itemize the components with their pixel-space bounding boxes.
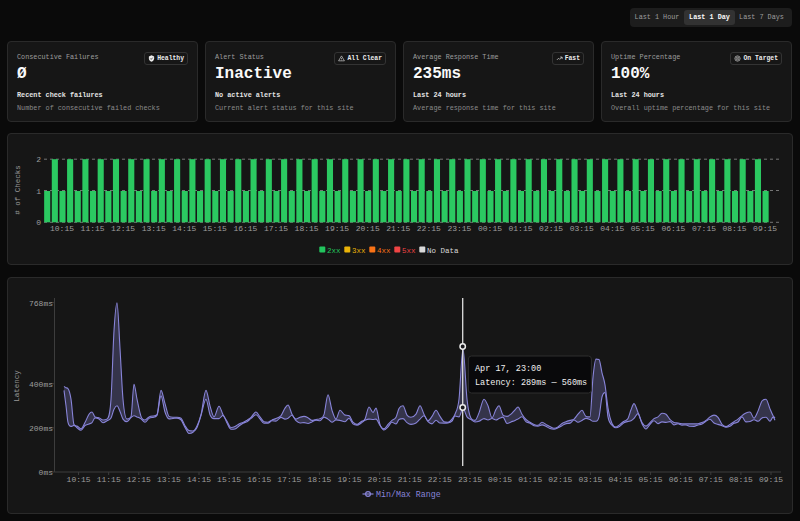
svg-text:14:15: 14:15 <box>187 475 211 484</box>
svg-text:02:15: 02:15 <box>539 224 563 233</box>
svg-text:05:15: 05:15 <box>631 224 655 233</box>
svg-text:23:15: 23:15 <box>447 224 471 233</box>
svg-text:18:15: 18:15 <box>307 475 331 484</box>
svg-text:00:15: 00:15 <box>488 475 512 484</box>
svg-text:08:15: 08:15 <box>729 475 753 484</box>
svg-text:15:15: 15:15 <box>217 475 241 484</box>
svg-text:18:15: 18:15 <box>295 224 319 233</box>
svg-text:400ms: 400ms <box>29 380 53 389</box>
svg-text:Apr 17, 23:00: Apr 17, 23:00 <box>475 364 541 374</box>
svg-text:768ms: 768ms <box>29 299 53 308</box>
svg-text:No Data: No Data <box>427 247 459 255</box>
svg-text:22:15: 22:15 <box>417 224 441 233</box>
svg-text:03:15: 03:15 <box>570 224 594 233</box>
svg-text:21:15: 21:15 <box>398 475 422 484</box>
svg-text:01:15: 01:15 <box>508 224 532 233</box>
svg-text:23:15: 23:15 <box>458 475 482 484</box>
svg-text:Min/Max Range: Min/Max Range <box>376 490 441 499</box>
svg-text:200ms: 200ms <box>29 424 53 433</box>
svg-text:03:15: 03:15 <box>578 475 602 484</box>
svg-text:0ms: 0ms <box>39 468 54 477</box>
svg-text:09:15: 09:15 <box>753 224 777 233</box>
svg-text:5xx: 5xx <box>402 247 416 255</box>
svg-text:17:15: 17:15 <box>277 475 301 484</box>
svg-text:04:15: 04:15 <box>600 224 624 233</box>
svg-text:13:15: 13:15 <box>142 224 166 233</box>
svg-text:19:15: 19:15 <box>325 224 349 233</box>
svg-text:15:15: 15:15 <box>203 224 227 233</box>
svg-text:11:15: 11:15 <box>81 224 105 233</box>
svg-text:07:15: 07:15 <box>692 224 716 233</box>
svg-text:00:15: 00:15 <box>478 224 502 233</box>
svg-text:# of Checks: # of Checks <box>14 165 22 215</box>
svg-text:14:15: 14:15 <box>172 224 196 233</box>
svg-text:0: 0 <box>36 218 41 227</box>
svg-text:1: 1 <box>36 187 41 196</box>
svg-text:10:15: 10:15 <box>67 475 91 484</box>
svg-text:Latency: 289ms — 560ms: Latency: 289ms — 560ms <box>475 378 587 388</box>
svg-text:17:15: 17:15 <box>264 224 288 233</box>
svg-text:12:15: 12:15 <box>127 475 151 484</box>
svg-text:10:15: 10:15 <box>50 224 74 233</box>
svg-text:4xx: 4xx <box>377 247 391 255</box>
svg-text:2xx: 2xx <box>327 247 341 255</box>
svg-text:02:15: 02:15 <box>548 475 572 484</box>
svg-text:04:15: 04:15 <box>608 475 632 484</box>
svg-text:2: 2 <box>36 155 41 164</box>
svg-text:13:15: 13:15 <box>157 475 181 484</box>
svg-text:05:15: 05:15 <box>639 475 663 484</box>
svg-text:3xx: 3xx <box>352 247 366 255</box>
svg-text:09:15: 09:15 <box>759 475 783 484</box>
svg-text:16:15: 16:15 <box>247 475 271 484</box>
svg-text:11:15: 11:15 <box>97 475 121 484</box>
svg-text:19:15: 19:15 <box>337 475 361 484</box>
svg-text:01:15: 01:15 <box>518 475 542 484</box>
svg-text:16:15: 16:15 <box>233 224 257 233</box>
svg-text:21:15: 21:15 <box>386 224 410 233</box>
svg-text:06:15: 06:15 <box>669 475 693 484</box>
svg-text:12:15: 12:15 <box>111 224 135 233</box>
svg-text:Latency: Latency <box>13 370 21 402</box>
svg-text:08:15: 08:15 <box>722 224 746 233</box>
svg-text:06:15: 06:15 <box>661 224 685 233</box>
svg-text:20:15: 20:15 <box>368 475 392 484</box>
svg-text:22:15: 22:15 <box>428 475 452 484</box>
svg-text:07:15: 07:15 <box>699 475 723 484</box>
svg-text:20:15: 20:15 <box>356 224 380 233</box>
